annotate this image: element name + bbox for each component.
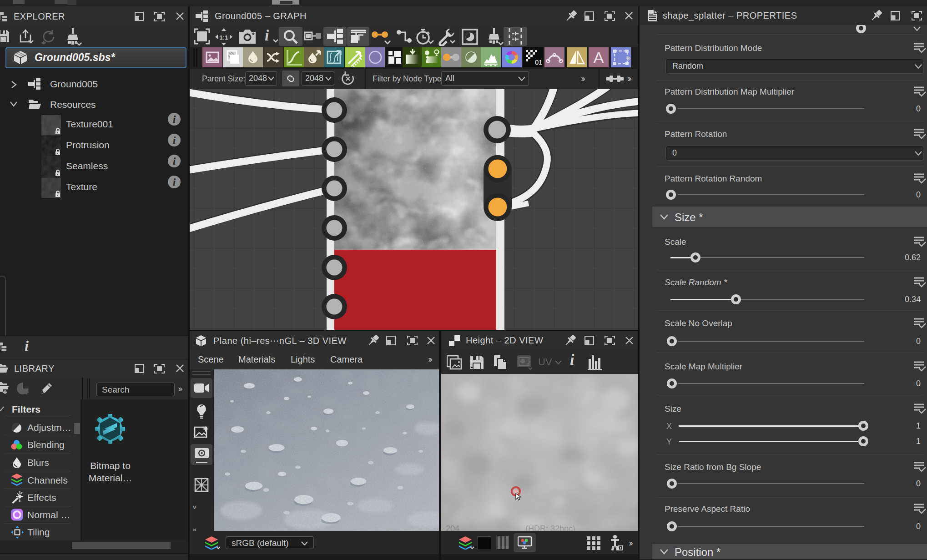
svg-text:1:1: 1:1: [220, 34, 228, 41]
svg-text:A: A: [594, 49, 604, 66]
svg-text:i: i: [265, 28, 269, 44]
svg-text:01: 01: [535, 58, 543, 66]
